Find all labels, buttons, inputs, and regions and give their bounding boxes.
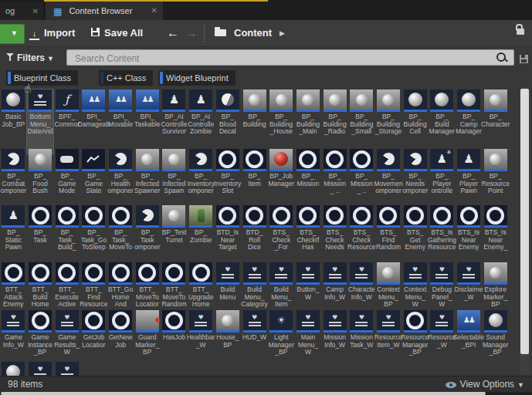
asset-tile[interactable]: BP_Building_Radio [321, 89, 348, 154]
asset-tile[interactable]: ♟BP_PlayerPawn [456, 149, 483, 195]
chip-cpp-class[interactable]: C++ Class [99, 70, 153, 86]
asset-tile[interactable]: BP_CampManager [456, 89, 483, 154]
asset-tile[interactable]: BP_Task_MoveTo [107, 205, 134, 252]
asset-tile[interactable]: ♥ [27, 362, 54, 376]
asset-tile[interactable]: BP_Needsomponer [402, 149, 429, 195]
asset-tile[interactable]: BP_Healthomponer [107, 149, 134, 195]
asset-tile[interactable]: ♥GameResults_W [53, 310, 80, 356]
asset-tile[interactable]: ♥ [53, 362, 80, 376]
asset-tile[interactable]: House_BP [215, 310, 242, 356]
back-button[interactable]: ← [167, 22, 179, 41]
asset-tile[interactable]: ♥HUD_W [241, 310, 268, 356]
asset-tile[interactable]: BP_TestTurret [161, 205, 188, 252]
asset-tile[interactable]: BP_Task_GoToSleep [80, 205, 107, 252]
asset-tile[interactable]: BTT_AttackEnemy [0, 262, 27, 309]
asset-tile[interactable]: BP_Mission_ .. [348, 149, 375, 195]
asset-tile[interactable]: BP_Zombie [188, 205, 215, 252]
asset-tile[interactable]: ♥BuildMenu_Category [241, 262, 268, 309]
asset-tile[interactable]: SoundManager_BP [482, 310, 509, 356]
horizontal-scrollbar-thumb[interactable] [1, 392, 486, 395]
asset-tile[interactable]: BP_Building_Main [295, 89, 322, 154]
asset-tile[interactable]: BTS_CheckResource [348, 205, 375, 252]
lock-icon[interactable] [517, 29, 524, 35]
asset-tile[interactable]: BTS_CheckNeeds [321, 205, 348, 252]
asset-tile[interactable]: HasJob [161, 310, 188, 356]
forward-button[interactable]: → [185, 22, 198, 41]
asset-tile[interactable]: BP_Movemenomponer [375, 149, 402, 195]
asset-tile[interactable]: ♥MainMenu_W [295, 310, 322, 356]
asset-tile[interactable]: BTS_IsNearEnemy [456, 205, 483, 252]
breadcrumb[interactable]: Content [234, 24, 272, 42]
breadcrumb-arrow-icon[interactable]: ▶ [280, 25, 285, 41]
asset-tile[interactable]: BP_Building_House [268, 89, 295, 154]
asset-tile[interactable]: ♟♟Selectable_BPI [456, 310, 483, 356]
save-search-button[interactable] [520, 52, 528, 66]
asset-tile[interactable]: ♟BP_StaticPawn [0, 205, 27, 252]
asset-tile[interactable]: BTT_ExecuteActive [53, 262, 80, 309]
import-button[interactable]: ↓Import [29, 24, 75, 42]
asset-tile[interactable]: BTD_IsNearTarget [215, 205, 242, 252]
asset-tile[interactable]: ♥CharacteInfo_W [348, 262, 375, 309]
asset-tile[interactable]: BTS_FindRandom [375, 205, 402, 252]
asset-tile[interactable]: BP_Taskomponer [134, 205, 161, 252]
asset-tile[interactable]: BTS_CheckIfHas [295, 205, 322, 252]
asset-tile[interactable]: ♥DebugPanel_W [429, 262, 456, 309]
asset-tile[interactable]: ♟♟BPI_Taskable [134, 89, 161, 154]
vertical-scrollbar-thumb[interactable] [520, 89, 529, 354]
asset-tile[interactable]: ♥BuildMenu_Item [268, 262, 295, 309]
asset-tile[interactable]: BP_GameMode [53, 149, 80, 195]
asset-tile[interactable]: ♟BP_AIControlleZombie [188, 89, 215, 154]
close-icon[interactable]: ✕ [32, 2, 39, 20]
asset-tile[interactable]: BP_GameState [80, 149, 107, 195]
asset-tile[interactable]: ♥ContextMenu_W [402, 262, 429, 309]
asset-tile[interactable]: BP_InfectedSpawner [134, 149, 161, 195]
asset-tile[interactable]: GetJobLocatior [80, 310, 107, 356]
asset-tile[interactable]: BTT_MoveToLocatior [134, 262, 161, 309]
asset-tile[interactable]: ♥MissionTask_W [348, 310, 375, 356]
asset-tile[interactable]: BP_BloodDecal [215, 89, 242, 154]
tab-partial[interactable]: og ✕ [0, 2, 43, 20]
chip-widget-blueprint[interactable]: Widget Blueprint [158, 70, 236, 86]
asset-tile[interactable]: ExploreMarker_BP [482, 262, 509, 309]
search-input[interactable] [73, 51, 478, 66]
asset-tile[interactable]: GuardMarker_BP [134, 310, 161, 356]
asset-tile[interactable]: BP_Task [27, 205, 54, 252]
asset-tile[interactable]: BP_Building [241, 89, 268, 154]
asset-tile[interactable]: BP_FoodBush [27, 149, 54, 195]
asset-tile[interactable]: BP_Item [241, 149, 268, 195]
asset-tile[interactable]: ♥BottomMenu_DateAnd [27, 89, 54, 154]
asset-tile[interactable]: BP_JobManager [268, 149, 295, 195]
asset-tile[interactable]: BTS_Check_For [268, 205, 295, 252]
asset-tile[interactable]: ♥CampInfo_W [321, 262, 348, 309]
asset-tile[interactable]: BTT_GoHomeAnd [107, 262, 134, 309]
asset-tile[interactable]: ♥GameInfo_W [0, 310, 27, 356]
asset-tile[interactable]: BP_Task_Build_ [53, 205, 80, 252]
asset-tile[interactable]: BTS_GetEnemy [402, 205, 429, 252]
asset-tile[interactable]: ♥Resource_W [429, 310, 456, 356]
asset-tile[interactable]: BTT_MoveToRandom [161, 262, 188, 309]
asset-tile[interactable]: BP_Inventoryomponer [188, 149, 215, 195]
asset-tile[interactable]: ContextMenu_BP [375, 262, 402, 309]
asset-tile[interactable]: ♟BP_AIControlleSurvivor [161, 89, 188, 154]
asset-tile[interactable]: BTS_IsGatheringResource [429, 205, 456, 252]
asset-tile[interactable]: BTT_UpgradeHome [188, 262, 215, 309]
asset-tile[interactable]: GetNewJob [107, 310, 134, 356]
close-icon[interactable]: ✕ [151, 2, 158, 20]
asset-tile[interactable]: ♟♟BPI_Damageab [80, 89, 107, 154]
asset-tile[interactable]: ♟♟BPI_Movable [107, 89, 134, 154]
vertical-scrollbar-track[interactable] [520, 88, 530, 375]
asset-tile[interactable]: BP_Combatomponer [0, 149, 27, 195]
filters-button[interactable]: Filters▼ [6, 50, 54, 66]
asset-tile[interactable]: ♟✳BP_Playerontrolle [429, 149, 456, 195]
asset-tile[interactable]: BasicJob_BP [0, 89, 27, 154]
asset-tile[interactable]: ♥ResourceItem_W [375, 310, 402, 356]
asset-tile[interactable]: ƒBPF_Commor [53, 89, 80, 154]
asset-tile[interactable]: GameInstance_BP [27, 310, 54, 356]
save-all-button[interactable]: Save All [91, 24, 143, 42]
asset-tile[interactable]: BP_BuildManager [429, 89, 456, 154]
asset-tile[interactable]: ♥Disclaime_W [456, 262, 483, 309]
asset-tile[interactable]: BP_InfectedSpawn [161, 149, 188, 195]
view-options-button[interactable]: View Options▼ [446, 376, 524, 393]
horizontal-scrollbar-track[interactable] [0, 392, 532, 395]
asset-tile[interactable]: ♥Healthbar_W [188, 310, 215, 356]
